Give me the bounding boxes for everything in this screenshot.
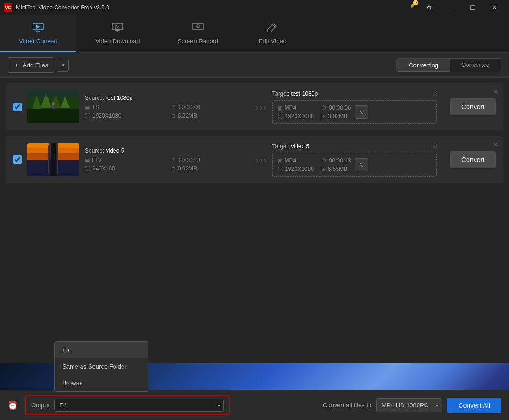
file-2-resolution: ⛶ 240X160 (85, 165, 164, 172)
file-2-source: Source: video 5 ▣ FLV ⏱ 00:00:13 ⛶ 240X1… (85, 147, 249, 172)
svg-rect-22 (48, 145, 49, 174)
file-2-close-button[interactable]: ✕ (493, 141, 499, 148)
dropdown-item-same-source[interactable]: Same as Source Folder (55, 358, 148, 375)
app-icon: VC (4, 3, 12, 12)
target-format-icon-2: ▣ (278, 158, 282, 164)
history-button[interactable]: ⏰ (8, 400, 18, 411)
toolbar: ＋ Add Files ▾ Converting Converted (0, 53, 509, 78)
video-download-icon (112, 23, 123, 35)
svg-point-5 (197, 26, 198, 27)
format-icon: ▣ (85, 105, 90, 111)
restore-button[interactable]: ⧠ (462, 0, 484, 15)
format-select-wrapper: MP4 HD 1080PC ▾ (376, 398, 442, 412)
resolution-icon: ⛶ (85, 113, 90, 119)
file-1-format: ▣ TS (85, 104, 164, 111)
file-1-resolution: ⛶ 1920X1080 (85, 113, 164, 119)
svg-rect-21 (51, 143, 56, 176)
file-1-target-edit-button[interactable]: ⎋ (433, 90, 437, 97)
title-bar-controls: 🔑 ⚙ − ⧠ ✕ (410, 0, 505, 15)
file-2-target-resolution: ⛶ 1920X1080 (278, 166, 314, 172)
file-1-target-resolution: ⛶ 1920X1080 (278, 113, 314, 120)
title-bar: VC MiniTool Video Converter Free v3.5.0 … (0, 0, 509, 15)
add-files-button[interactable]: ＋ Add Files (8, 57, 54, 73)
target-resolution-icon-2: ⛶ (278, 166, 283, 172)
dropdown-item-browse[interactable]: Browse (55, 375, 148, 391)
convert-arrow-1: ››› (255, 102, 266, 113)
tab-video-download[interactable]: Video Download (76, 15, 158, 52)
output-select-container: F:\ Same as Source Folder Browse ▾ (54, 399, 224, 412)
convert-all-section: Convert all files to MP4 HD 1080PC ▾ Con… (323, 398, 501, 413)
add-files-dropdown-button[interactable]: ▾ (58, 59, 69, 72)
file-1-source: Source: test-1080p ▣ TS ⏱ 00:00:06 ⛶ 192… (85, 95, 249, 119)
file-2-meta: ▣ FLV ⏱ 00:00:13 ⛶ 240X160 ⊞ 0.92MB (85, 157, 249, 172)
resolution-icon-2: ⛶ (85, 166, 90, 171)
file-1-target-duration: ⏱ 00:00:06 (321, 105, 351, 111)
output-dropdown: F:\ Same as Source Folder Browse (54, 341, 148, 392)
converted-tab[interactable]: Converted (450, 59, 501, 72)
file-1-target-format: ▣ MP4 (278, 105, 314, 111)
svg-point-12 (52, 102, 55, 105)
output-field: ▾ (54, 399, 224, 412)
file-1-crop-button[interactable]: ⤡ (355, 105, 368, 119)
file-2-checkbox[interactable] (13, 155, 22, 164)
file-2-target: Target: video 5 ⎋ ▣ MP4 ⏱ 00:00:13 (272, 143, 437, 177)
key-icon[interactable]: 🔑 (410, 0, 419, 15)
app-container: Video Convert Video Download (0, 15, 509, 420)
tab-edit-video[interactable]: Edit Video (237, 15, 308, 52)
file-1-target-box: ▣ MP4 ⏱ 00:00:06 ⛶ 1920X1080 ⊞ (272, 100, 437, 124)
file-2-size: ⊞ 0.92MB (171, 165, 250, 172)
tab-video-convert[interactable]: Video Convert (0, 15, 76, 52)
dropdown-item-f-drive[interactable]: F:\ (55, 342, 148, 358)
svg-rect-13 (52, 105, 54, 109)
tab-screen-record[interactable]: Screen Record (159, 15, 238, 52)
tab-video-download-label: Video Download (95, 38, 140, 45)
format-select[interactable]: MP4 HD 1080PC (376, 398, 442, 412)
file-2-convert-button[interactable]: Convert (450, 151, 496, 168)
close-button[interactable]: ✕ (484, 0, 505, 15)
file-2-duration: ⏱ 00:00:13 (171, 157, 250, 163)
minimize-button[interactable]: − (440, 0, 462, 15)
file-1-checkbox[interactable] (13, 103, 22, 111)
target-duration-icon-2: ⏱ (321, 158, 327, 163)
title-bar-left: VC MiniTool Video Converter Free v3.5.0 (4, 3, 109, 12)
target-duration-icon: ⏱ (321, 105, 327, 111)
file-1-thumb-image (27, 90, 79, 123)
file-2-target-box: ▣ MP4 ⏱ 00:00:13 ⛶ 1920X1080 ⊞ (272, 153, 437, 177)
settings-button[interactable]: ⚙ (419, 0, 440, 15)
screen-record-icon (192, 23, 204, 35)
svg-rect-14 (27, 90, 79, 97)
file-1-target: Target: test-1080p ⎋ ▣ MP4 ⏱ 00:00:06 (272, 90, 437, 124)
output-label: Output (31, 402, 49, 409)
file-2-crop-button[interactable]: ⤡ (355, 158, 368, 171)
file-2-target-edit-button[interactable]: ⎋ (433, 143, 437, 150)
file-1-target-label: Target: test-1080p (272, 90, 318, 97)
sub-tabs: Converting Converted (396, 58, 501, 72)
target-size-icon-2: ⊞ (321, 166, 326, 172)
file-1-target-size: ⊞ 3.02MB (321, 113, 351, 120)
output-path-input[interactable] (54, 399, 224, 412)
convert-all-button[interactable]: Convert All (447, 398, 501, 413)
duration-icon-2: ⏱ (171, 157, 176, 163)
add-files-label: Add Files (23, 62, 48, 69)
add-icon: ＋ (14, 61, 20, 69)
file-2-thumbnail (27, 143, 79, 176)
target-format-icon: ▣ (278, 105, 282, 111)
app-title: MiniTool Video Converter Free v3.5.0 (16, 4, 109, 11)
edit-video-icon (267, 23, 278, 35)
file-1-close-button[interactable]: ✕ (493, 88, 499, 96)
file-2-target-header: Target: video 5 ⎋ (272, 143, 437, 150)
file-1-size: ⊞ 6.22MB (171, 113, 250, 119)
nav-tabs: Video Convert Video Download (0, 15, 509, 53)
file-1-target-meta: ▣ MP4 ⏱ 00:00:06 ⛶ 1920X1080 ⊞ (278, 105, 351, 120)
converting-tab[interactable]: Converting (397, 59, 450, 72)
size-icon-2: ⊞ (171, 166, 175, 172)
file-2-target-format: ▣ MP4 (278, 157, 314, 164)
file-1-target-header: Target: test-1080p ⎋ (272, 90, 437, 97)
file-1-thumbnail (27, 90, 79, 123)
tab-edit-video-label: Edit Video (259, 38, 287, 45)
convert-all-label: Convert all files to (323, 402, 371, 409)
size-icon: ⊞ (171, 113, 175, 119)
convert-arrow-2: ››› (255, 154, 266, 165)
target-resolution-icon: ⛶ (278, 113, 283, 119)
file-1-convert-button[interactable]: Convert (450, 98, 496, 115)
